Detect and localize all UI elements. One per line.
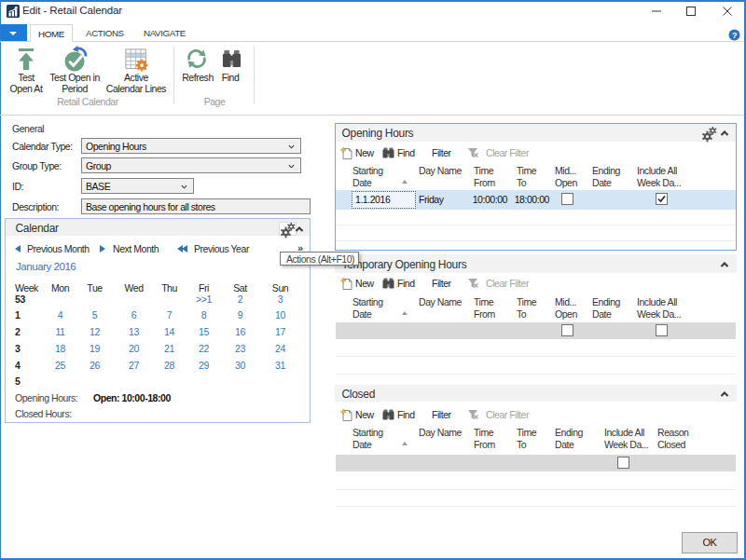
svg-text:?: ? bbox=[732, 31, 737, 40]
